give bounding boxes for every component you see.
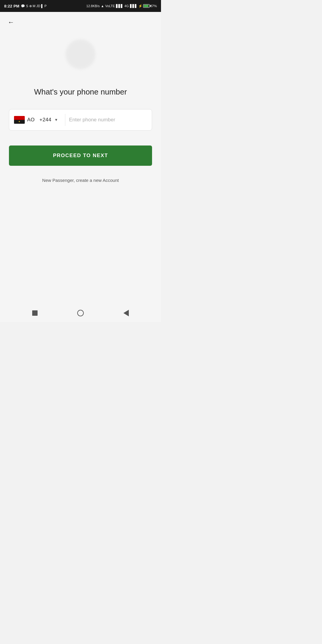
status-icons: 💬 S ⊕ M JD ▌ P [21, 4, 47, 8]
flag-black: ✦ [14, 120, 25, 124]
nav-square-button[interactable] [29, 307, 41, 319]
flag-red [14, 116, 25, 120]
new-passenger-anchor[interactable]: New Passenger, create a new Account [42, 178, 119, 183]
battery-container: ⚡ 87% [138, 4, 157, 8]
back-button[interactable]: ← [6, 17, 16, 27]
flex-spacer [0, 195, 161, 304]
new-passenger-link[interactable]: New Passenger, create a new Account [0, 166, 161, 195]
nav-home-button[interactable] [75, 307, 86, 319]
nav-circle-icon [77, 310, 84, 316]
skype-icon: S [26, 4, 28, 8]
status-right: 12.8KB/s ▲ VoLTE ▋▋▋ 4G ▋▋▋ ⚡ 87% [86, 4, 157, 8]
input-divider [65, 114, 65, 126]
country-flag: ✦ [14, 116, 25, 124]
back-arrow-icon: ← [8, 19, 14, 26]
status-bar: 8:22 PM 💬 S ⊕ M JD ▌ P 12.8KB/s ▲ VoLTE … [0, 0, 161, 12]
signal-icon-1: ▲ [101, 4, 104, 8]
mail-icon: M [33, 4, 35, 8]
page-title: What's your phone number [0, 78, 161, 109]
nav-square-icon [32, 310, 38, 316]
phone-number-input[interactable] [69, 117, 147, 123]
status-left: 8:22 PM 💬 S ⊕ M JD ▌ P [4, 4, 47, 8]
network-speed: 12.8KB/s [86, 4, 100, 8]
p-icon: P [44, 4, 47, 8]
phone-input-container: ✦ AO +244 ▼ [9, 109, 152, 131]
dropdown-arrow-icon: ▼ [55, 118, 58, 122]
app-logo [66, 39, 95, 69]
country-abbr: AO [27, 117, 35, 123]
proceed-button[interactable]: PROCEED TO NEXT [9, 145, 152, 166]
battery-fill [144, 5, 148, 7]
flag-emblem-icon: ✦ [18, 120, 21, 123]
top-nav: ← [0, 12, 161, 30]
main-content: ← What's your phone number ✦ AO +244 ▼ [0, 12, 161, 322]
battery-icon [143, 4, 150, 8]
country-code: AO +244 [27, 117, 52, 123]
notification-icon: ⊕ [29, 4, 32, 8]
lightning-icon: ⚡ [138, 4, 143, 8]
jd-icon: JD [36, 4, 40, 8]
signal-bars-1: ▋▋▋ [116, 4, 123, 8]
dial-code: +244 [39, 117, 51, 123]
network-type: 4G [124, 4, 129, 8]
bottom-nav [0, 304, 161, 322]
message-icon: 💬 [21, 4, 25, 8]
logo-area [0, 30, 161, 78]
nav-back-button[interactable] [120, 307, 132, 319]
battery-percent: 87% [150, 4, 157, 8]
nav-triangle-icon [123, 310, 129, 316]
signal-bars-2: ▋▋▋ [130, 4, 137, 8]
proceed-button-label: PROCEED TO NEXT [53, 153, 108, 159]
lte-icon: VoLTE [105, 4, 115, 8]
country-selector[interactable]: ✦ AO +244 ▼ [14, 116, 61, 124]
status-time: 8:22 PM [4, 4, 19, 8]
bar-icon: ▌ [41, 4, 44, 8]
